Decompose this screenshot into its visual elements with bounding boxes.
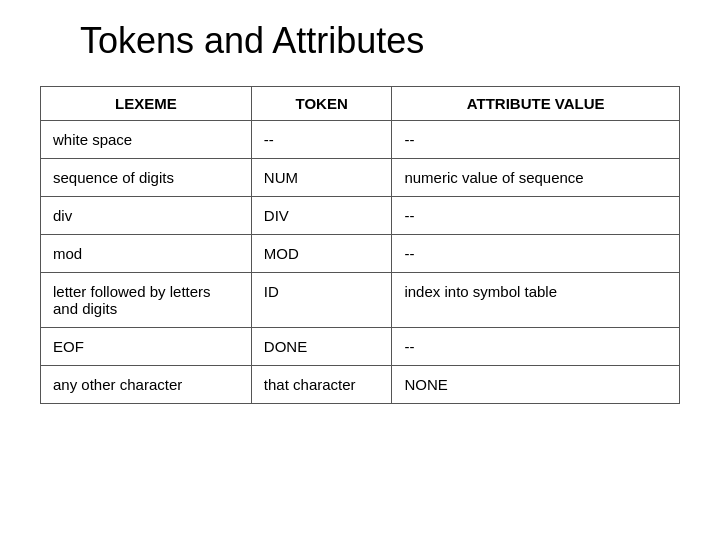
table-row: sequence of digitsNUMnumeric value of se… <box>41 159 680 197</box>
col-header-token: TOKEN <box>251 87 392 121</box>
cell-attribute: numeric value of sequence <box>392 159 680 197</box>
cell-token: DIV <box>251 197 392 235</box>
table-row: white space---- <box>41 121 680 159</box>
cell-lexeme: white space <box>41 121 252 159</box>
table-header-row: LEXEME TOKEN ATTRIBUTE VALUE <box>41 87 680 121</box>
cell-attribute: -- <box>392 197 680 235</box>
cell-attribute: -- <box>392 235 680 273</box>
cell-token: NUM <box>251 159 392 197</box>
cell-lexeme: any other character <box>41 366 252 404</box>
table-row: letter followed by letters and digitsIDi… <box>41 273 680 328</box>
col-header-lexeme: LEXEME <box>41 87 252 121</box>
tokens-attributes-table: LEXEME TOKEN ATTRIBUTE VALUE white space… <box>40 86 680 404</box>
page-title: Tokens and Attributes <box>80 20 424 62</box>
cell-lexeme: mod <box>41 235 252 273</box>
cell-lexeme: div <box>41 197 252 235</box>
cell-lexeme: EOF <box>41 328 252 366</box>
table-row: modMOD-- <box>41 235 680 273</box>
tokens-table-container: LEXEME TOKEN ATTRIBUTE VALUE white space… <box>40 86 680 404</box>
cell-token: ID <box>251 273 392 328</box>
table-row: divDIV-- <box>41 197 680 235</box>
cell-lexeme: sequence of digits <box>41 159 252 197</box>
cell-token: that character <box>251 366 392 404</box>
cell-attribute: -- <box>392 328 680 366</box>
cell-token: MOD <box>251 235 392 273</box>
cell-attribute: -- <box>392 121 680 159</box>
cell-attribute: index into symbol table <box>392 273 680 328</box>
table-row: any other characterthat characterNONE <box>41 366 680 404</box>
col-header-attribute: ATTRIBUTE VALUE <box>392 87 680 121</box>
cell-token: -- <box>251 121 392 159</box>
cell-attribute: NONE <box>392 366 680 404</box>
cell-lexeme: letter followed by letters and digits <box>41 273 252 328</box>
cell-token: DONE <box>251 328 392 366</box>
table-row: EOFDONE-- <box>41 328 680 366</box>
